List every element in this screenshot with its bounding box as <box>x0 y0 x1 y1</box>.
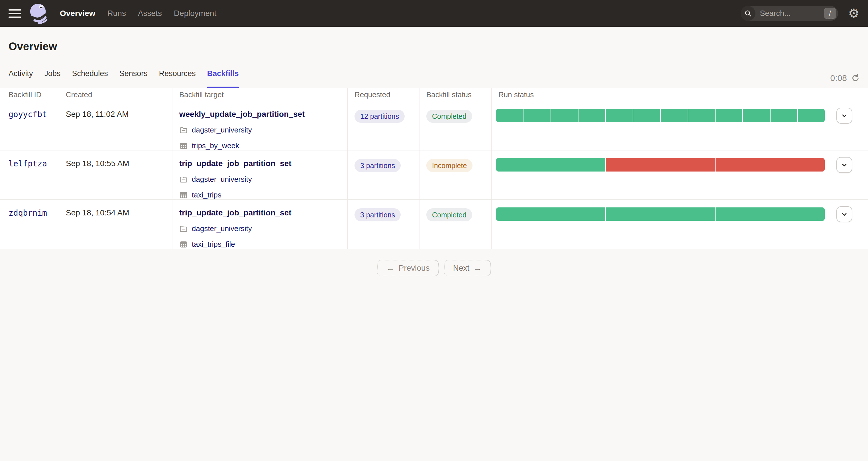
run-segment-failure[interactable] <box>716 158 825 172</box>
run-segment-success[interactable] <box>771 109 797 122</box>
chevron-down-icon <box>841 211 848 218</box>
search-placeholder: Search... <box>760 9 791 18</box>
run-segment-success[interactable] <box>688 109 715 122</box>
arrow-right-icon: → <box>473 264 482 272</box>
code-location-link[interactable]: dagster_university <box>192 126 252 134</box>
run-segment-success[interactable] <box>606 109 632 122</box>
run-status-cell <box>492 101 831 150</box>
backfill-id-link[interactable]: zdqbrnim <box>8 208 47 218</box>
next-page-label: Next <box>453 264 470 273</box>
pagination: ← Previous Next → <box>0 260 868 276</box>
run-segment-success[interactable] <box>743 109 770 122</box>
backfill-status-badge: Completed <box>426 110 472 123</box>
expand-row-button[interactable] <box>836 206 852 222</box>
tab-activity[interactable]: Activity <box>8 69 33 88</box>
backfill-target-link[interactable]: trip_update_job_partition_set <box>179 208 291 217</box>
backfill-status-badge: Incomplete <box>426 159 472 172</box>
backfill-target-cell: trip_update_job_partition_set dagster_un… <box>173 150 348 199</box>
run-segment-success[interactable] <box>496 109 523 122</box>
run-segment-success[interactable] <box>496 158 605 172</box>
page-title: Overview <box>0 27 868 53</box>
next-page-button[interactable]: Next → <box>444 260 491 276</box>
row-actions-cell <box>831 200 868 249</box>
run-segment-success[interactable] <box>524 109 550 122</box>
run-status-bar[interactable] <box>496 109 825 122</box>
previous-page-button[interactable]: ← Previous <box>377 260 439 276</box>
requested-cell: 3 partitions <box>348 200 420 249</box>
refresh-indicator: 0:08 <box>830 73 860 83</box>
run-segment-success[interactable] <box>579 109 605 122</box>
row-actions-cell <box>831 101 868 150</box>
column-header-requested: Requested <box>348 88 420 101</box>
run-segment-success[interactable] <box>633 109 660 122</box>
code-location-link[interactable]: dagster_university <box>192 224 252 233</box>
tab-sensors[interactable]: Sensors <box>119 69 148 88</box>
backfill-target-link[interactable]: trip_update_job_partition_set <box>179 159 291 168</box>
backfill-target-cell: trip_update_job_partition_set dagster_un… <box>173 200 348 249</box>
backfills-table: Backfill ID Created Backfill target Requ… <box>0 88 868 249</box>
arrow-left-icon: ← <box>386 264 395 272</box>
nav-item-assets[interactable]: Assets <box>138 9 162 18</box>
requested-partitions-badge[interactable]: 3 partitions <box>354 208 401 221</box>
created-cell: Sep 18, 10:54 AM <box>59 200 173 249</box>
chevron-down-icon <box>841 161 848 168</box>
table-row: lelfptza Sep 18, 10:55 AM trip_update_jo… <box>0 150 868 200</box>
backfill-id-link[interactable]: lelfptza <box>8 159 47 168</box>
requested-partitions-badge[interactable]: 12 partitions <box>354 110 405 123</box>
backfill-status-cell: Completed <box>420 101 492 150</box>
code-location-link[interactable]: dagster_university <box>192 175 252 184</box>
hamburger-menu-icon[interactable] <box>8 9 21 18</box>
run-segment-success[interactable] <box>798 109 825 122</box>
tab-schedules[interactable]: Schedules <box>72 69 108 88</box>
backfill-target-link[interactable]: weekly_update_job_partition_set <box>179 110 305 119</box>
expand-row-button[interactable] <box>836 157 852 173</box>
backfill-id-link[interactable]: goyycfbt <box>8 110 47 119</box>
column-header-backfill-target: Backfill target <box>173 88 348 101</box>
run-segment-success[interactable] <box>606 208 715 221</box>
requested-partitions-badge[interactable]: 3 partitions <box>354 159 401 172</box>
requested-cell: 3 partitions <box>348 150 420 199</box>
partition-set-link[interactable]: trips_by_week <box>192 141 239 150</box>
backfill-id-cell: goyycfbt <box>0 101 59 150</box>
chevron-down-icon <box>841 112 848 119</box>
code-location-folder-icon <box>179 126 188 134</box>
backfill-status-badge: Completed <box>426 208 472 221</box>
nav-item-deployment[interactable]: Deployment <box>174 9 216 18</box>
run-segment-success[interactable] <box>716 109 742 122</box>
tab-jobs[interactable]: Jobs <box>44 69 61 88</box>
run-segment-success[interactable] <box>716 208 825 221</box>
partition-set-table-icon <box>179 142 188 150</box>
backfill-status-cell: Completed <box>420 200 492 249</box>
partition-set-link[interactable]: taxi_trips_file <box>192 240 235 249</box>
run-segment-success[interactable] <box>496 208 605 221</box>
nav-item-runs[interactable]: Runs <box>107 9 126 18</box>
run-segment-success[interactable] <box>661 109 688 122</box>
backfill-target-cell: weekly_update_job_partition_set dagster_… <box>173 101 348 150</box>
code-location-folder-icon <box>179 175 188 184</box>
table-header-row: Backfill ID Created Backfill target Requ… <box>0 88 868 101</box>
partition-set-table-icon <box>179 240 188 249</box>
tab-resources[interactable]: Resources <box>159 69 196 88</box>
search-input[interactable]: Search... / <box>741 6 838 21</box>
refresh-countdown: 0:08 <box>830 73 847 83</box>
run-status-bar[interactable] <box>496 158 825 172</box>
dagster-logo[interactable] <box>29 3 50 24</box>
run-segment-success[interactable] <box>551 109 578 122</box>
refresh-icon[interactable] <box>851 73 860 83</box>
partition-set-table-icon <box>179 191 188 199</box>
gear-icon[interactable]: ⚙ <box>848 7 860 20</box>
run-status-bar[interactable] <box>496 208 825 221</box>
table-row: goyycfbt Sep 18, 11:02 AM weekly_update_… <box>0 101 868 150</box>
partition-set-link[interactable]: taxi_trips <box>192 191 221 199</box>
nav-item-overview[interactable]: Overview <box>60 9 95 18</box>
tab-backfills[interactable]: Backfills <box>207 69 239 88</box>
table-row: zdqbrnim Sep 18, 10:54 AM trip_update_jo… <box>0 200 868 249</box>
column-header-created: Created <box>59 88 173 101</box>
search-icon <box>741 6 755 21</box>
backfill-status-cell: Incomplete <box>420 150 492 199</box>
previous-page-label: Previous <box>399 264 430 273</box>
expand-row-button[interactable] <box>836 108 852 124</box>
created-cell: Sep 18, 10:55 AM <box>59 150 173 199</box>
run-segment-failure[interactable] <box>606 158 715 172</box>
main-nav: Overview Runs Assets Deployment <box>60 9 216 18</box>
